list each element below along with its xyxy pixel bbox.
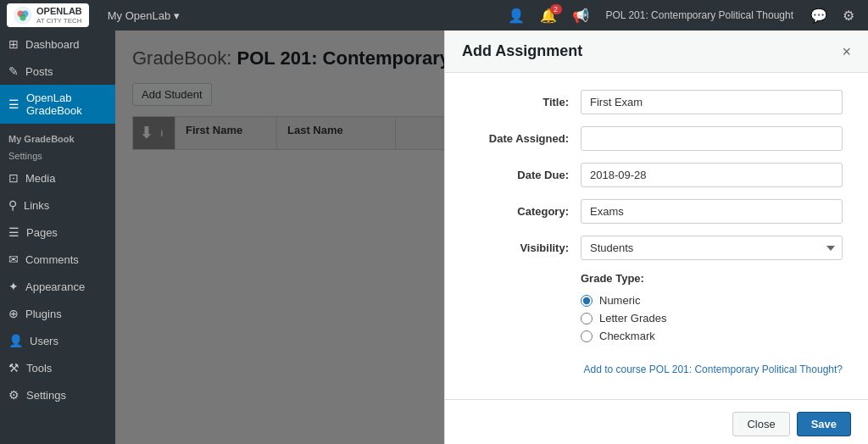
dashboard-icon: ⊞ (8, 37, 19, 51)
modal-close-button[interactable]: × (842, 44, 851, 59)
radio-numeric: Numeric (470, 291, 843, 309)
sidebar-label-links: Links (24, 199, 49, 212)
posts-icon: ✎ (8, 64, 19, 78)
modal-body: Title: Date Assigned: Date Due: Category… (445, 73, 868, 399)
add-assignment-modal: Add Assignment × Title: Date Assigned: D… (444, 31, 868, 444)
sidebar-item-links[interactable]: ⚲ Links (0, 191, 115, 219)
grade-type-label: Grade Type: (470, 272, 843, 285)
settings-nav-icon[interactable]: ⚙ (836, 8, 861, 24)
sidebar-label-settings: Settings (26, 389, 66, 402)
my-gradebook-section: My GradeBook (0, 124, 115, 147)
title-row: Title: (470, 90, 843, 114)
sidebar-item-media[interactable]: ⊡ Media (0, 164, 115, 191)
users-icon: 👤 (8, 334, 23, 347)
radio-letter-input[interactable] (581, 313, 593, 325)
openlab-logo-icon (14, 6, 32, 25)
openlab-logo[interactable]: OPENLAB AT CITY TECH (7, 3, 89, 27)
date-assigned-input[interactable] (581, 126, 843, 151)
title-input[interactable] (581, 90, 843, 114)
modal-header: Add Assignment × (445, 31, 868, 73)
user-icon-nav[interactable]: 👤 (501, 8, 531, 24)
date-due-input[interactable] (581, 163, 843, 187)
nav-icons: 👤 🔔 2 📢 POL 201: Contemporary Political … (501, 8, 861, 24)
logo-main-text: OPENLAB (36, 6, 82, 17)
my-openlab-link[interactable]: My OpenLab ▾ (99, 9, 188, 22)
sidebar-label-dashboard: Dashboard (25, 38, 80, 51)
visibility-row: Visibility: Students All Private (470, 236, 843, 260)
date-due-label: Date Due: (470, 169, 581, 181)
tools-icon: ⚒ (8, 361, 19, 375)
radio-checkmark-label: Checkmark (599, 330, 655, 342)
svg-point-3 (19, 14, 25, 20)
links-icon: ⚲ (8, 198, 17, 212)
sidebar-label-pages: Pages (26, 226, 58, 239)
sidebar-label-posts: Posts (25, 65, 53, 78)
appearance-icon: ✦ (8, 280, 19, 293)
category-input[interactable] (581, 199, 843, 224)
comments-icon: ✉ (8, 253, 19, 266)
category-label: Category: (470, 205, 581, 218)
sidebar-item-comments[interactable]: ✉ Comments (0, 246, 115, 273)
sidebar-label-plugins: Plugins (25, 308, 62, 320)
notification-badge: 2 (550, 4, 562, 14)
sidebar-settings-sub[interactable]: Settings (0, 147, 115, 164)
date-assigned-row: Date Assigned: (470, 126, 843, 151)
sidebar-item-appearance[interactable]: ✦ Appearance (0, 273, 115, 300)
gradebook-icon: ☰ (8, 97, 19, 111)
sidebar-item-plugins[interactable]: ⊕ Plugins (0, 300, 115, 327)
save-button[interactable]: Save (797, 412, 851, 436)
sidebar-item-pages[interactable]: ☰ Pages (0, 219, 115, 246)
category-row: Category: (470, 199, 843, 224)
modal-footer: Close Save (445, 399, 868, 444)
visibility-select[interactable]: Students All Private (581, 236, 843, 260)
notifications-icon[interactable]: 🔔 2 (533, 8, 564, 24)
sidebar-label-media: Media (25, 172, 55, 185)
sidebar-item-posts[interactable]: ✎ Posts (0, 58, 115, 85)
date-assigned-label: Date Assigned: (470, 132, 581, 145)
media-icon: ⊡ (8, 171, 19, 185)
sidebar-label-tools: Tools (26, 362, 52, 375)
sidebar: ⊞ Dashboard ✎ Posts ☰ OpenLab GradeBook … (0, 31, 115, 444)
pages-icon: ☰ (8, 225, 19, 239)
radio-numeric-label: Numeric (599, 294, 640, 307)
radio-letter: Letter Grades (470, 309, 843, 327)
sidebar-item-users[interactable]: 👤 Users (0, 327, 115, 354)
close-button[interactable]: Close (732, 412, 789, 436)
modal-title: Add Assignment (462, 42, 582, 60)
date-due-row: Date Due: (470, 163, 843, 187)
nav-course-title: POL 201: Contemporary Political Thought (598, 9, 802, 21)
top-nav: OPENLAB AT CITY TECH My OpenLab ▾ 👤 🔔 2 … (0, 0, 868, 31)
layout: ⊞ Dashboard ✎ Posts ☰ OpenLab GradeBook … (0, 31, 868, 444)
title-label: Title: (470, 96, 581, 108)
modal-overlay: Add Assignment × Title: Date Assigned: D… (115, 31, 868, 444)
settings-icon: ⚙ (8, 388, 19, 402)
radio-checkmark: Checkmark (470, 327, 843, 345)
radio-numeric-input[interactable] (581, 295, 593, 307)
sidebar-label-appearance: Appearance (25, 280, 85, 293)
sidebar-item-gradebook[interactable]: ☰ OpenLab GradeBook (0, 85, 115, 124)
chat-icon[interactable]: 💬 (804, 8, 834, 24)
megaphone-icon[interactable]: 📢 (565, 8, 596, 24)
main-content: GradeBook: POL 201: Contemporary Po Add … (115, 31, 868, 444)
visibility-label: Visibility: (470, 241, 581, 254)
sidebar-label-gradebook: OpenLab GradeBook (26, 92, 107, 117)
sidebar-label-users: Users (30, 335, 58, 347)
grade-type-section: Grade Type: Numeric Letter Grades Checkm… (470, 272, 843, 345)
sidebar-item-tools[interactable]: ⚒ Tools (0, 354, 115, 381)
logo-sub-text: AT CITY TECH (36, 17, 82, 25)
plugins-icon: ⊕ (8, 307, 19, 320)
sidebar-label-comments: Comments (25, 253, 79, 266)
radio-letter-label: Letter Grades (599, 312, 667, 325)
sidebar-item-settings[interactable]: ⚙ Settings (0, 381, 115, 408)
sidebar-item-dashboard[interactable]: ⊞ Dashboard (0, 31, 115, 58)
course-link-text[interactable]: Add to course POL 201: Contemporary Poli… (470, 357, 843, 382)
radio-checkmark-input[interactable] (581, 330, 593, 342)
